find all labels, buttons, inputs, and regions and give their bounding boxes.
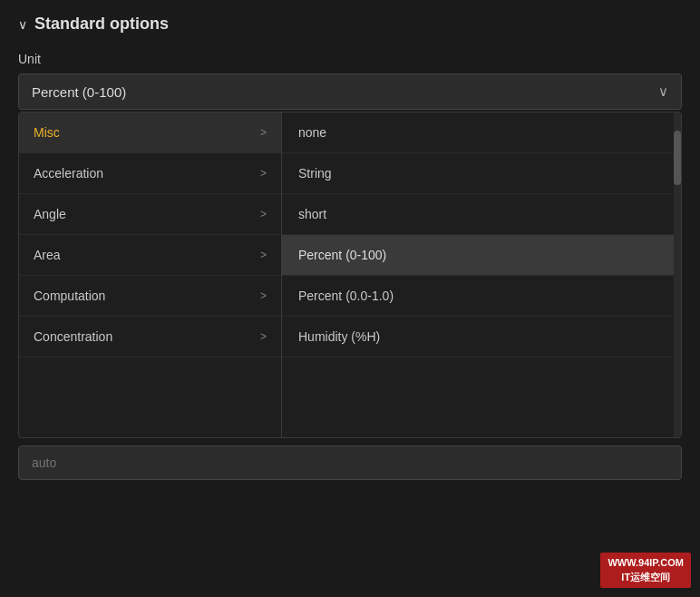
page-container: ∨ Standard options Unit Percent (0-100) … [0,0,700,597]
dropdown-chevron-icon: ∨ [658,83,668,100]
option-string-label: String [298,166,332,181]
menu-item-misc-label: Misc [34,125,60,140]
menu-item-misc[interactable]: Misc > [19,113,281,153]
watermark: WWW.94IP.COM IT运维空间 [600,553,691,588]
option-string[interactable]: String [282,153,681,194]
selected-value-label: Percent (0-100) [32,84,126,100]
option-humidity-label: Humidity (%H) [298,329,380,344]
menu-item-angle[interactable]: Angle > [19,194,281,235]
option-none[interactable]: none [282,113,681,153]
scrollbar-track[interactable] [674,113,681,437]
option-short[interactable]: short [282,194,681,235]
unit-select-button[interactable]: Percent (0-100) ∨ [18,73,682,110]
option-short-label: short [298,207,326,221]
menu-item-computation-arrow: > [260,289,267,302]
option-humidity[interactable]: Humidity (%H) [282,317,681,357]
menu-item-area[interactable]: Area > [19,235,281,276]
scrollbar-thumb[interactable] [674,131,681,185]
left-panel: Misc > Acceleration > Angle > Area > Com… [19,113,282,437]
menu-item-acceleration-label: Acceleration [34,166,103,181]
menu-item-computation-label: Computation [34,289,105,303]
menu-item-concentration-label: Concentration [34,329,112,344]
menu-item-acceleration[interactable]: Acceleration > [19,153,281,194]
menu-item-computation[interactable]: Computation > [19,276,281,317]
bottom-input-container [18,445,682,480]
right-panel: none String short Percent (0-100) Percen… [282,113,681,437]
dropdown-container: Misc > Acceleration > Angle > Area > Com… [18,112,682,438]
menu-item-misc-arrow: > [260,126,267,139]
option-percent-0-100-label: Percent (0-100) [298,248,386,262]
watermark-line1: WWW.94IP.COM [608,556,684,570]
menu-item-angle-arrow: > [260,208,267,220]
menu-item-area-arrow: > [260,249,267,261]
option-percent-0-1-label: Percent (0.0-1.0) [298,289,394,303]
section-title: Standard options [34,15,169,34]
option-none-label: none [298,125,326,140]
option-percent-0-100[interactable]: Percent (0-100) [282,235,681,276]
section-header: ∨ Standard options [18,15,682,34]
menu-item-concentration-arrow: > [260,330,267,343]
watermark-line2: IT运维空间 [608,571,684,584]
unit-label: Unit [18,52,682,66]
option-percent-0-1[interactable]: Percent (0.0-1.0) [282,276,681,317]
auto-input[interactable] [18,445,682,480]
menu-item-angle-label: Angle [34,207,66,221]
chevron-icon[interactable]: ∨ [18,17,27,32]
menu-item-concentration[interactable]: Concentration > [19,317,281,357]
menu-item-area-label: Area [34,248,61,262]
menu-item-acceleration-arrow: > [260,167,267,180]
